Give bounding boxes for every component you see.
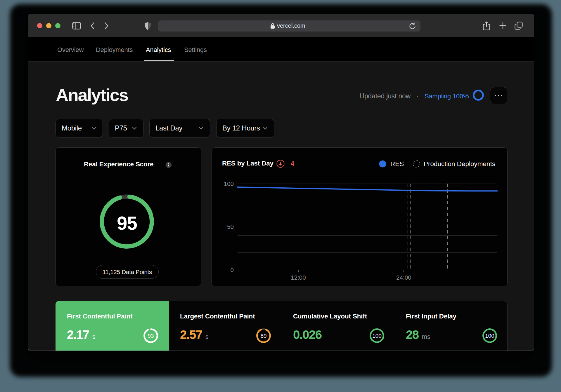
svg-text:12:00: 12:00 xyxy=(291,274,306,281)
svg-text:50: 50 xyxy=(227,223,234,230)
svg-text:100: 100 xyxy=(372,333,382,339)
svg-text:24:00: 24:00 xyxy=(396,274,411,281)
svg-text:100: 100 xyxy=(485,333,494,339)
svg-text:100: 100 xyxy=(224,180,234,187)
svg-text:0: 0 xyxy=(231,266,234,273)
svg-text:93: 93 xyxy=(148,333,154,339)
svg-text:89: 89 xyxy=(260,333,266,339)
